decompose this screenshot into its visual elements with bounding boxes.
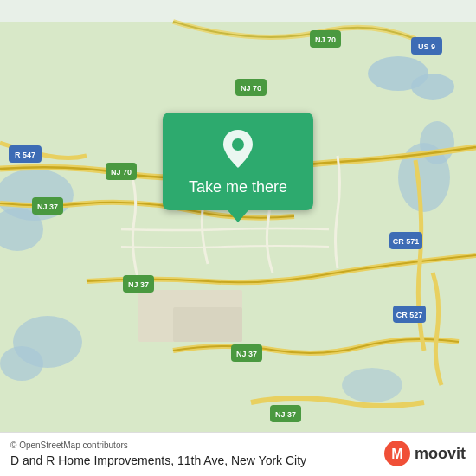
- svg-text:NJ 37: NJ 37: [128, 280, 149, 289]
- svg-rect-11: [173, 307, 242, 342]
- svg-text:NJ 37: NJ 37: [37, 203, 58, 211]
- map-container: NJ 70 US 9 NJ 70 R 547 NJ 70 NJ 37 NJ 37…: [0, 0, 476, 476]
- svg-point-9: [342, 368, 402, 402]
- moovit-text: moovit: [415, 445, 466, 463]
- take-me-there-card[interactable]: Take me there: [163, 113, 313, 210]
- moovit-logo[interactable]: M moovit: [383, 440, 466, 467]
- svg-text:R 547: R 547: [15, 151, 35, 159]
- info-bar: © OpenStreetMap contributors D and R Hom…: [0, 432, 476, 476]
- svg-text:CR 571: CR 571: [393, 237, 420, 246]
- svg-point-2: [411, 74, 454, 100]
- card-pointer: [228, 210, 248, 222]
- location-pin-icon: [221, 128, 255, 170]
- svg-text:CR 527: CR 527: [396, 311, 423, 319]
- svg-text:NJ 37: NJ 37: [275, 410, 296, 419]
- svg-text:M: M: [391, 447, 402, 461]
- svg-point-34: [232, 138, 244, 151]
- svg-point-6: [420, 121, 454, 164]
- location-name: D and R Home Improvements, 11th Ave, New…: [10, 453, 306, 467]
- svg-text:NJ 37: NJ 37: [236, 350, 257, 358]
- svg-text:NJ 70: NJ 70: [315, 35, 336, 44]
- svg-point-8: [0, 346, 43, 381]
- map-background: NJ 70 US 9 NJ 70 R 547 NJ 70 NJ 37 NJ 37…: [0, 0, 476, 476]
- svg-text:NJ 70: NJ 70: [241, 84, 261, 93]
- svg-text:NJ 70: NJ 70: [111, 168, 132, 177]
- take-me-there-overlay: Take me there: [163, 113, 313, 222]
- svg-text:US 9: US 9: [418, 42, 435, 51]
- take-me-there-button[interactable]: Take me there: [189, 178, 287, 196]
- moovit-icon: M: [383, 440, 411, 467]
- info-left: © OpenStreetMap contributors D and R Hom…: [10, 441, 306, 467]
- attribution: © OpenStreetMap contributors: [10, 441, 306, 450]
